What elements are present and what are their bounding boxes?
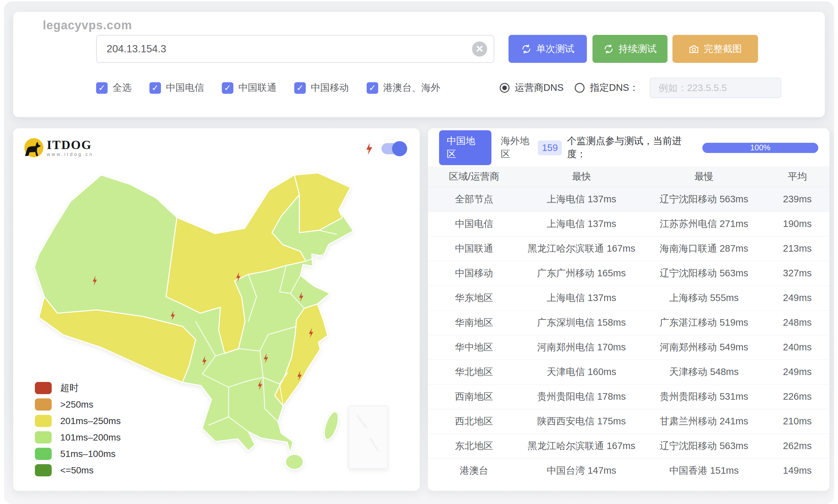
target-input[interactable] [96,35,494,63]
checkbox-label: 港澳台、海外 [383,81,440,94]
cell-average: 226ms [765,384,830,409]
target-input-wrap: ✕ [96,35,494,63]
cell-slowest: 甘肃兰州移动 241ms [643,409,765,434]
refresh-once-icon [521,44,532,54]
col-average: 平均 [765,166,830,187]
cell-region: 中国电信 [428,212,520,236]
checkbox-checked-icon: ✓ [96,82,108,94]
cell-fastest: 中国台湾 147ms [520,458,643,483]
specified-dns-radio[interactable]: 指定DNS： [575,81,639,94]
checkbox-checked-icon: ✓ [222,82,233,94]
legend-swatch [35,398,52,411]
cell-average: 327ms [765,261,830,286]
legend-label: 超时 [60,382,79,394]
legend-label: 201ms–250ms [60,416,121,426]
table-header-row: 区域/运营商 最快 最慢 平均 [428,166,830,187]
col-fastest: 最快 [520,166,643,187]
carrier-dns-label: 运营商DNS [515,81,564,94]
sea-inset [349,406,388,468]
legend-label: 101ms–200ms [60,432,121,443]
monitor-stats: 159 个监测点参与测试，当前进度： 100% [538,134,818,161]
checkbox-checked-icon: ✓ [149,82,161,94]
full-screenshot-button[interactable]: 完整截图 [673,35,758,63]
table-row: 全部节点 上海电信 137ms 辽宁沈阳移动 563ms 239ms [428,187,830,212]
radio-selected-icon [500,83,510,93]
cell-average: 149ms [765,458,830,483]
cell-fastest: 河南郑州电信 170ms [520,335,643,360]
cell-fastest: 贵州贵阳电信 178ms [520,384,643,409]
isp-checkbox[interactable]: ✓ 全选 [96,81,132,94]
dns-input[interactable] [650,78,781,98]
tab-overseas-region[interactable]: 海外地区 [501,134,538,161]
col-region: 区域/运营商 [428,166,520,187]
cell-average: 213ms [765,236,830,261]
table-row: 中国移动 广东广州移动 165ms 辽宁沈阳移动 563ms 327ms [428,261,830,286]
cell-region: 东北地区 [428,434,520,458]
cell-region: 华北地区 [428,360,520,384]
itdog-logo: ITDOG www.itdog.cn [24,138,93,157]
legend-item: 超时 [35,382,121,394]
table-row: 东北地区 黑龙江哈尔滨联通 167ms 辽宁沈阳移动 563ms 262ms [428,434,830,458]
cell-slowest: 贵州贵阳移动 531ms [643,384,765,409]
cell-fastest: 陕西西安电信 175ms [520,409,643,434]
map-panel: ITDOG www.itdog.cn [13,128,420,491]
logo-text: ITDOG www.itdog.cn [47,139,93,157]
cell-slowest: 广东湛江移动 519ms [643,310,765,335]
results-header: 中国地区 海外地区 159 个监测点参与测试，当前进度： 100% [439,138,818,158]
cell-average: 262ms [765,434,830,458]
marker-toggle[interactable] [381,143,407,154]
legend-label: <=50ms [60,465,93,476]
legend-swatch [35,464,52,476]
lightning-icon [365,143,374,155]
cell-average: 249ms [765,286,830,310]
legend-label: >250ms [60,399,93,410]
cell-region: 中国移动 [428,261,520,286]
cell-region: 全部节点 [428,187,520,212]
cell-average: 210ms [765,409,830,434]
camera-icon [689,44,699,54]
cell-region: 华中地区 [428,335,520,360]
results-table: 区域/运营商 最快 最慢 平均 全部节点 上海电信 137ms 辽宁沈阳移动 5… [428,166,830,483]
isp-checkbox[interactable]: ✓ 中国移动 [294,81,349,94]
cell-average: 239ms [765,187,830,212]
cell-slowest: 辽宁沈阳移动 563ms [643,187,765,212]
isp-checkbox[interactable]: ✓ 港澳台、海外 [367,81,440,94]
single-test-button[interactable]: 单次测试 [509,35,587,63]
search-panel: legacyvps.com ✕ 单次测试 持续测试 完整截图 ✓ 全选 ✓ 中国… [13,12,825,117]
continuous-test-button[interactable]: 持续测试 [592,35,667,63]
cell-fastest: 上海电信 137ms [520,187,643,212]
carrier-dns-radio[interactable]: 运营商DNS [500,81,564,94]
clear-input-icon[interactable]: ✕ [472,41,487,57]
col-slowest: 最慢 [643,166,765,187]
cell-fastest: 广东深圳电信 158ms [520,310,643,335]
legend-swatch [35,448,52,460]
cell-region: 港澳台 [428,458,520,483]
cell-slowest: 天津移动 548ms [643,360,765,384]
legend-item: 101ms–200ms [35,431,121,444]
table-row: 华北地区 天津电信 160ms 天津移动 548ms 249ms [428,360,830,384]
cell-slowest: 海南海口联通 287ms [643,236,765,261]
cell-slowest: 辽宁沈阳移动 563ms [643,434,765,458]
isp-checkbox[interactable]: ✓ 中国联通 [222,81,277,94]
table-row: 华东地区 上海电信 137ms 上海移动 555ms 249ms [428,286,830,310]
legend-item: 201ms–250ms [35,415,121,427]
cell-average: 240ms [765,335,830,360]
table-row: 西南地区 贵州贵阳电信 178ms 贵州贵阳移动 531ms 226ms [428,384,830,409]
cell-region: 西北地区 [428,409,520,434]
radio-unselected-icon [575,83,585,93]
cell-fastest: 黑龙江哈尔滨联通 167ms [520,434,643,458]
progress-label: 100% [702,143,818,153]
legend-item: >250ms [35,398,121,411]
checkbox-checked-icon: ✓ [294,82,306,94]
specified-dns-label: 指定DNS： [590,81,639,94]
cell-region: 中国联通 [428,236,520,261]
logo-title: ITDOG [47,139,93,151]
tab-china-region[interactable]: 中国地区 [439,130,492,165]
refresh-icon [603,44,614,54]
isp-checkbox[interactable]: ✓ 中国电信 [149,81,204,94]
table-row: 中国电信 上海电信 137ms 江苏苏州电信 271ms 190ms [428,212,830,236]
table-row: 西北地区 陕西西安电信 175ms 甘肃兰州移动 241ms 210ms [428,409,830,434]
continuous-test-label: 持续测试 [619,42,657,56]
checkbox-label: 中国移动 [311,81,349,94]
legend-swatch [35,415,52,427]
